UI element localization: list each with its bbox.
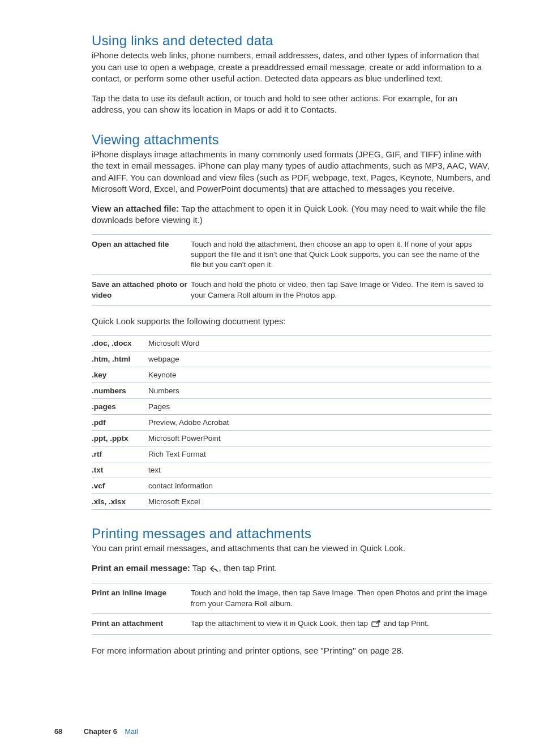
table-row: .ppt, .pptxMicrosoft PowerPoint — [92, 431, 491, 446]
cell-ext: .txt — [92, 462, 148, 478]
cell-ext: .pdf — [92, 415, 148, 431]
table-row: Save an attached photo or video Touch an… — [92, 275, 491, 305]
cell-desc: Microsoft PowerPoint — [148, 431, 491, 446]
table-row: .pagesPages — [92, 399, 491, 415]
cell-ext: .xls, .xlsx — [92, 494, 148, 510]
section-printing: Printing messages and attachments You ca… — [92, 526, 491, 656]
cell-label: Save an attached photo or video — [92, 275, 191, 305]
table-row: .numbersNumbers — [92, 383, 491, 399]
heading-viewing-attachments: Viewing attachments — [92, 132, 491, 148]
table-row: .vcfcontact information — [92, 478, 491, 494]
chapter-name: Mail — [125, 727, 138, 736]
cell-desc: Microsoft Word — [148, 336, 491, 351]
body-text: Print an email message: Tap , then tap P… — [92, 562, 491, 575]
cell-label: Open an attached file — [92, 234, 191, 275]
table-row: Open an attached file Touch and hold the… — [92, 234, 491, 275]
table-row: Print an inline image Touch and hold the… — [92, 583, 491, 613]
cell-desc: Preview, Adobe Acrobat — [148, 415, 491, 431]
section-using-links: Using links and detected data iPhone det… — [92, 33, 491, 116]
table-row: .keyKeynote — [92, 367, 491, 383]
cell-ext: .pages — [92, 399, 148, 415]
cell-value: Touch and hold the photo or video, then … — [191, 275, 491, 305]
print-msg-text-b: , then tap Print. — [219, 563, 277, 573]
cell-desc: Pages — [148, 399, 491, 415]
document-types-table: .doc, .docxMicrosoft Word .htm, .htmlweb… — [92, 335, 491, 510]
cell-desc: contact information — [148, 478, 491, 494]
types-intro: Quick Look supports the following docume… — [92, 316, 491, 328]
cell-ext: .rtf — [92, 446, 148, 462]
cell-desc: text — [148, 462, 491, 478]
page-number: 68 — [54, 727, 62, 736]
printing-table: Print an inline image Touch and hold the… — [92, 583, 491, 635]
cell-desc: Keynote — [148, 367, 491, 383]
cell-desc: webpage — [148, 351, 491, 367]
body-text: View an attached file: Tap the attachmen… — [92, 203, 491, 226]
reply-arrow-icon — [210, 564, 218, 575]
page-footer: 68 Chapter 6 Mail — [54, 727, 138, 736]
cell-ext: .doc, .docx — [92, 336, 148, 351]
cell-label: Print an attachment — [92, 613, 191, 634]
table-row: .txttext — [92, 462, 491, 478]
table-row: .rtfRich Text Format — [92, 446, 491, 462]
table-row: .htm, .htmlwebpage — [92, 351, 491, 367]
cell-ext: .ppt, .pptx — [92, 431, 148, 446]
cell-value-b: and tap Print. — [382, 619, 429, 628]
cell-desc: Numbers — [148, 383, 491, 399]
cell-ext: .vcf — [92, 478, 148, 494]
table-row: Print an attachment Tap the attachment t… — [92, 613, 491, 634]
table-row: .pdfPreview, Adobe Acrobat — [92, 415, 491, 431]
body-text: iPhone displays image attachments in man… — [92, 149, 491, 195]
cell-desc: Rich Text Format — [148, 446, 491, 462]
cell-value: Touch and hold the attachment, then choo… — [191, 234, 491, 275]
body-text: You can print email messages, and attach… — [92, 543, 491, 555]
cell-desc: Microsoft Excel — [148, 494, 491, 510]
table-row: .doc, .docxMicrosoft Word — [92, 336, 491, 351]
cell-ext: .htm, .html — [92, 351, 148, 367]
cell-ext: .key — [92, 367, 148, 383]
attachment-actions-table: Open an attached file Touch and hold the… — [92, 234, 491, 306]
cell-ext: .numbers — [92, 383, 148, 399]
body-text: iPhone detects web links, phone numbers,… — [92, 50, 491, 85]
cell-value-a: Tap the attachment to view it in Quick L… — [191, 619, 370, 628]
table-row: .xls, .xlsxMicrosoft Excel — [92, 494, 491, 510]
section-viewing-attachments: Viewing attachments iPhone displays imag… — [92, 132, 491, 510]
heading-printing: Printing messages and attachments — [92, 526, 491, 542]
action-share-icon — [371, 620, 380, 630]
view-file-label: View an attached file: — [92, 204, 179, 213]
body-text: For more information about printing and … — [92, 645, 491, 657]
cell-value: Tap the attachment to view it in Quick L… — [191, 613, 491, 634]
heading-using-links: Using links and detected data — [92, 33, 491, 49]
print-msg-label: Print an email message: — [92, 563, 190, 573]
cell-value: Touch and hold the image, then tap Save … — [191, 583, 491, 613]
chapter-label: Chapter 6 — [84, 727, 117, 736]
body-text: Tap the data to use its default action, … — [92, 93, 491, 116]
cell-label: Print an inline image — [92, 583, 191, 613]
print-msg-text-a: Tap — [190, 563, 209, 573]
